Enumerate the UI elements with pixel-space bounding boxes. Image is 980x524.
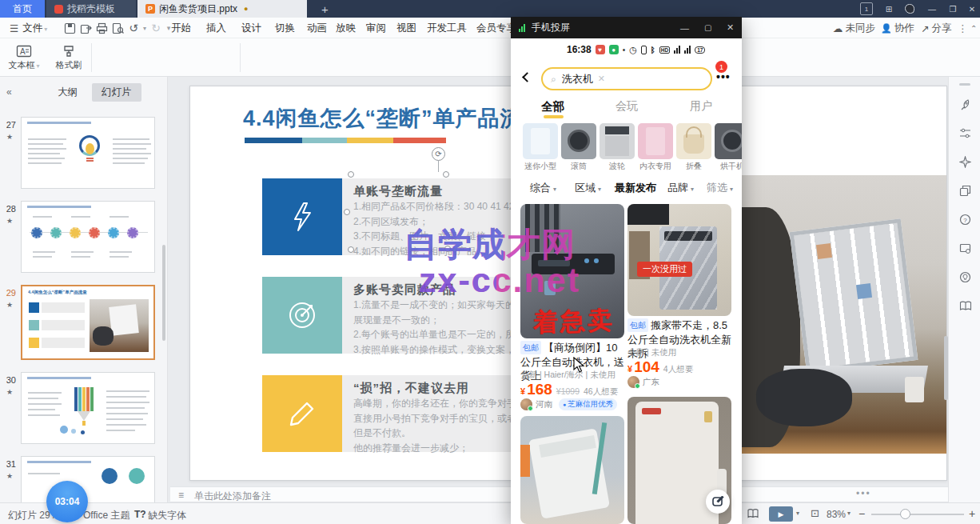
selection-handle[interactable] — [443, 171, 449, 178]
slide-title[interactable]: 4.4闲鱼怎么“垄断”单产品流量 — [243, 104, 545, 133]
bullet-icon-box-teal[interactable] — [262, 277, 342, 354]
save-icon[interactable] — [62, 22, 77, 34]
thumbnail-slide-27[interactable] — [21, 117, 155, 189]
phone-close-button[interactable]: ✕ — [727, 22, 734, 33]
phone-maximize-button[interactable]: ▢ — [704, 23, 711, 32]
recording-timer[interactable]: 03:04 — [46, 481, 88, 522]
workspace-grid-icon[interactable]: ⊞ — [882, 2, 895, 15]
thumbnail-slide-29[interactable]: 4.4闲鱼怎么“垄断”单产品流量 — [21, 285, 155, 360]
rotate-handle[interactable]: ⟳ — [432, 147, 445, 161]
properties-icon[interactable] — [958, 126, 972, 140]
filter-region[interactable]: 区域 — [575, 181, 601, 195]
collapse-ribbon-icon[interactable]: ⌃ — [966, 18, 980, 38]
zoom-slider-knob[interactable] — [900, 509, 910, 519]
collab-button[interactable]: 👤协作 — [876, 18, 919, 38]
zoom-level[interactable]: 83% — [827, 509, 846, 520]
laptop-photo[interactable] — [740, 175, 946, 454]
back-icon[interactable] — [522, 72, 532, 82]
fit-slide-icon[interactable]: ⊡ — [811, 507, 819, 519]
assistant-icon[interactable] — [903, 2, 916, 15]
menu-start[interactable]: 开始 — [166, 18, 196, 38]
export-icon[interactable] — [78, 22, 93, 34]
feedback-float-button[interactable] — [706, 490, 730, 514]
phone-minimize-button[interactable]: — — [680, 23, 689, 33]
thumbnail-slide-28[interactable] — [21, 201, 155, 273]
product1-seller[interactable]: 河南 芝麻信用优秀 — [520, 398, 626, 410]
clear-search-icon[interactable]: ✕ — [598, 74, 605, 84]
zoom-dropdown-icon[interactable]: ▾ — [847, 510, 851, 517]
filter-newest[interactable]: 最新发布 — [615, 181, 656, 195]
menu-slideshow[interactable]: 放映 — [331, 18, 361, 38]
decor-shape: 区域 — [575, 182, 596, 194]
window-switch-icon[interactable]: 1 — [860, 2, 873, 15]
tab-home[interactable]: 首页 — [0, 0, 45, 18]
product2-image[interactable]: 一次没用过 — [627, 204, 731, 316]
panel-drag-handle[interactable] — [959, 83, 970, 86]
category-dryer[interactable]: 烘干机 — [715, 123, 742, 172]
help-icon[interactable]: ? — [958, 213, 972, 226]
menu-insert[interactable]: 插入 — [201, 18, 231, 38]
menu-review[interactable]: 审阅 — [361, 18, 391, 38]
print-icon[interactable] — [94, 22, 109, 34]
zoom-slider-track[interactable] — [871, 514, 964, 515]
notes-more-icon[interactable]: ••• — [856, 488, 871, 499]
category-underwear[interactable]: 内衣专用 — [638, 123, 673, 172]
print-preview-icon[interactable] — [110, 22, 125, 34]
reference-book-icon[interactable] — [958, 299, 972, 313]
ai-rocket-icon[interactable] — [958, 98, 972, 111]
bullet-icon-box-blue[interactable] — [262, 178, 342, 255]
selection-handle[interactable] — [348, 246, 354, 253]
menu-animation[interactable]: 动画 — [302, 18, 332, 38]
read-mode-icon[interactable] — [747, 508, 759, 519]
play-dropdown-icon[interactable]: ▾ — [796, 510, 799, 517]
zoom-out-button[interactable]: − — [858, 507, 865, 520]
missing-font-label[interactable]: 缺失字体 — [148, 509, 186, 522]
menu-transition[interactable]: 切换 — [270, 18, 300, 38]
more-menu-icon[interactable]: ••• — [716, 70, 731, 83]
effects-star-icon[interactable] — [958, 155, 972, 169]
selection-handle[interactable] — [348, 171, 354, 178]
thumbnail-slide-30[interactable] — [21, 372, 155, 444]
new-tab-button[interactable]: + — [313, 0, 337, 18]
filter-sort[interactable]: 综合 — [530, 181, 556, 195]
idea-bulb-icon[interactable] — [958, 270, 972, 284]
play-slideshow-button[interactable]: ▶ — [769, 506, 793, 522]
layers-icon[interactable] — [958, 184, 972, 198]
bullet-icon-box-yellow[interactable] — [262, 375, 342, 452]
phone-window-titlebar[interactable]: 手机投屏 — ▢ ✕ — [511, 17, 742, 38]
tab-users[interactable]: 用户 — [690, 99, 712, 114]
category-drum[interactable]: 滚筒 — [561, 123, 596, 172]
tab-outline[interactable]: 大纲 — [48, 83, 87, 102]
close-button[interactable]: ✕ — [966, 2, 978, 15]
image-tools-icon[interactable] — [958, 242, 972, 255]
menu-design[interactable]: 设计 — [237, 18, 266, 38]
zoom-in-button[interactable]: + — [969, 507, 975, 520]
theme-label[interactable]: Office 主题 — [83, 509, 129, 522]
category-pulsator[interactable]: 波轮 — [600, 123, 635, 172]
minimize-button[interactable]: — — [926, 2, 938, 15]
notes-placeholder[interactable]: 单击此处添加备注 — [194, 490, 271, 503]
restore-button[interactable]: ❐ — [946, 2, 959, 15]
tab-slides[interactable]: 幻灯片 — [92, 83, 141, 102]
textbox-button[interactable]: A 文本框 — [3, 41, 45, 74]
selection-handle[interactable] — [344, 209, 350, 215]
format-painter-button[interactable]: 格式刷 — [48, 41, 90, 74]
product2-seller[interactable]: 广东 — [627, 376, 733, 388]
menu-view[interactable]: 视图 — [392, 18, 421, 38]
tab-document[interactable]: P 闲鱼卖货项目.pptx ● — [137, 0, 307, 18]
tab-fun[interactable]: 会玩 — [615, 99, 638, 114]
share-button[interactable]: ↗分享 — [916, 18, 956, 38]
filter-more[interactable]: 筛选 — [707, 181, 733, 195]
category-folding[interactable]: 折叠 — [676, 123, 711, 172]
sync-status[interactable]: ☁未同步 — [828, 18, 880, 38]
menu-file[interactable]: ☰文件 — [5, 18, 52, 38]
search-bar[interactable]: ⌕ 洗衣机 ✕ — [541, 67, 712, 90]
collapse-panel-icon[interactable]: « — [6, 86, 12, 98]
menu-devtools[interactable]: 开发工具 — [422, 18, 472, 38]
category-mini[interactable]: 迷你小型 — [523, 123, 558, 172]
filter-brand[interactable]: 品牌 — [667, 181, 694, 195]
tab-docer[interactable]: 找稻壳模板 — [46, 0, 136, 18]
sidebar-scrollbar[interactable] — [162, 245, 165, 341]
tab-all[interactable]: 全部 — [541, 99, 564, 114]
product3-image[interactable] — [520, 416, 624, 524]
